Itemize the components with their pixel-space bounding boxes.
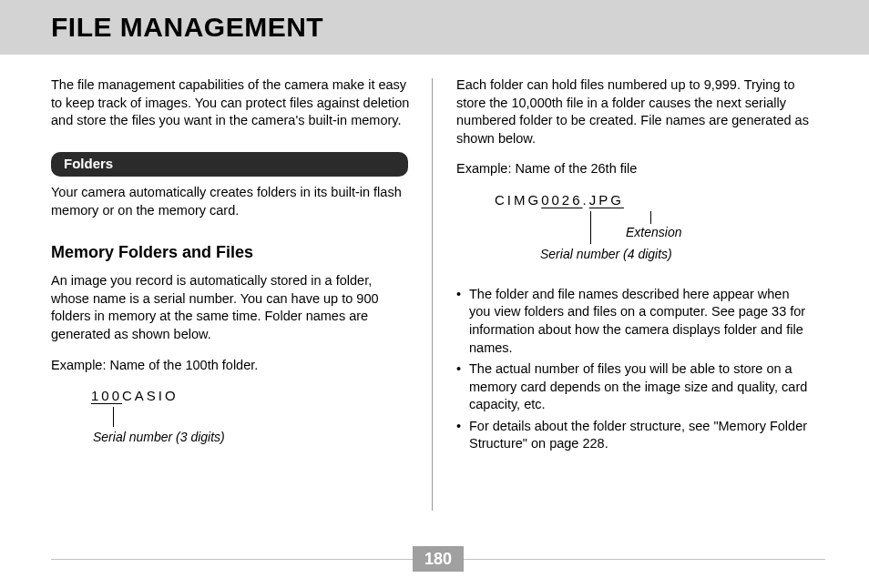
section-heading-folders: Folders (51, 152, 408, 177)
folders-paragraph: Your camera automatically creates folder… (51, 184, 414, 219)
page-header: FILE MANAGEMENT (0, 0, 869, 55)
annotation-connector-line (650, 211, 651, 224)
file-ext-text: JPG (589, 192, 624, 208)
memory-paragraph: An image you record is automatically sto… (51, 272, 414, 343)
page-footer: 180 (0, 546, 869, 572)
right-column: Each folder can hold files numbered up t… (433, 76, 813, 537)
list-item: For details about the folder structure, … (456, 418, 813, 453)
footer-rule-right (464, 559, 825, 560)
file-prefix-text: CIMG (495, 192, 541, 208)
notes-list: The folder and file names described here… (456, 286, 813, 453)
folder-serial-annotation: Serial number (3 digits) (93, 429, 225, 446)
file-name-diagram: CIMG0026.JPG Extension Serial number (4 … (456, 191, 813, 273)
file-dot-text: . (583, 192, 589, 208)
list-item: The actual number of files you will be a… (456, 360, 813, 414)
subheading-memory: Memory Folders and Files (51, 241, 414, 263)
folder-name-diagram: 100CASIO Serial number (3 digits) (51, 387, 414, 452)
footer-rule-left (51, 559, 413, 560)
file-ext-annotation: Extension (626, 224, 681, 241)
page-number: 180 (413, 546, 464, 572)
annotation-connector-line (113, 407, 114, 427)
folder-serial-text: 100 (91, 388, 122, 403)
annotation-connector-line (590, 211, 591, 244)
page-title: FILE MANAGEMENT (51, 12, 323, 43)
intro-paragraph: The file management capabilities of the … (51, 76, 414, 130)
left-column: The file management capabilities of the … (51, 76, 432, 537)
right-intro-paragraph: Each folder can hold files numbered up t… (456, 76, 813, 147)
list-item: The folder and file names described here… (456, 286, 813, 357)
folder-example-label: Example: Name of the 100th folder. (51, 357, 414, 375)
file-serial-annotation: Serial number (4 digits) (540, 246, 672, 263)
file-example-label: Example: Name of the 26th file (456, 160, 813, 178)
folder-suffix-text: CASIO (122, 388, 179, 403)
page-body: The file management capabilities of the … (0, 55, 869, 537)
file-serial-text: 0026 (541, 192, 582, 208)
